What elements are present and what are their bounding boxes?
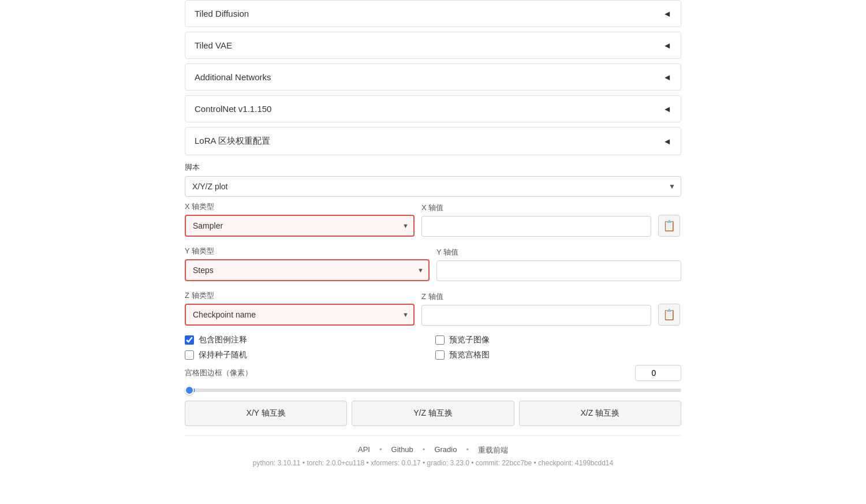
footer-dot-2: • [423, 445, 425, 456]
script-select-wrapper: X/Y/Z plotNonePrompt matrixPrompts from … [185, 176, 681, 197]
z-axis-row: Z 轴类型 NothingSamplerCheckpoint nameSteps… [185, 290, 681, 326]
x-paste-button[interactable]: 📋 [658, 215, 680, 237]
x-type-dropdown-wrapper: SamplerNothingCheckpoint nameStepsCFG Sc… [185, 215, 415, 237]
include-legend-label: 包含图例注释 [199, 335, 247, 345]
z-value-label: Z 轴值 [421, 292, 651, 302]
api-link[interactable]: API [358, 445, 370, 456]
swap-buttons-row: X/Y 轴互换 Y/Z 轴互换 X/Z 轴互换 [185, 401, 681, 426]
grid-margin-label: 宫格图边框（像素） [185, 368, 252, 378]
x-type-label: X 轴类型 [185, 201, 415, 212]
xz-swap-button[interactable]: X/Z 轴互换 [519, 401, 681, 426]
preview-grid-label: 预览宫格图 [449, 350, 490, 360]
footer-meta: python: 3.10.11 • torch: 2.0.0+cu118 • x… [185, 459, 681, 467]
accordion-arrow-4: ◄ [663, 136, 671, 146]
include-legend-checkbox-item: 包含图例注释 [185, 335, 431, 345]
x-value-label: X 轴值 [421, 203, 651, 213]
x-axis-row: X 轴类型 SamplerNothingCheckpoint nameSteps… [185, 201, 681, 237]
z-value-input[interactable] [421, 305, 651, 326]
keep-seed-label: 保持种子随机 [199, 350, 247, 360]
grid-margin-value-input[interactable] [635, 365, 681, 381]
accordion-item-1[interactable]: Tiled VAE◄ [185, 32, 681, 59]
z-paste-button[interactable]: 📋 [658, 304, 680, 326]
y-type-dropdown-wrapper: NothingSamplerCheckpoint nameStepsCFG Sc… [185, 259, 430, 281]
checkboxes-row: 包含图例注释 预览子图像 保持种子随机 预览宫格图 [185, 335, 681, 360]
preview-grid-checkbox-item: 预览宫格图 [435, 350, 681, 360]
z-type-label: Z 轴类型 [185, 290, 415, 301]
x-type-group: X 轴类型 SamplerNothingCheckpoint nameSteps… [185, 201, 415, 237]
grid-margin-slider[interactable] [185, 389, 681, 392]
include-legend-checkbox[interactable] [185, 335, 194, 345]
keep-seed-checkbox-item: 保持种子随机 [185, 350, 431, 360]
y-type-label: Y 轴类型 [185, 246, 430, 256]
preview-grid-checkbox[interactable] [435, 350, 445, 360]
script-label: 脚本 [185, 162, 681, 173]
slider-label-row: 宫格图边框（像素） [185, 365, 681, 381]
accordion-item-4[interactable]: LoRA 区块权重配置◄ [185, 127, 681, 155]
x-value-input[interactable] [421, 216, 651, 237]
footer: API • Github • Gradio • 重载前端 python: 3.1… [185, 435, 681, 472]
keep-seed-checkbox[interactable] [185, 350, 194, 360]
github-link[interactable]: Github [391, 445, 413, 456]
z-type-group: Z 轴类型 NothingSamplerCheckpoint nameSteps… [185, 290, 415, 326]
grid-margin-section: 宫格图边框（像素） [185, 365, 681, 394]
gradio-link[interactable]: Gradio [434, 445, 457, 456]
accordion-arrow-0: ◄ [663, 9, 671, 18]
x-type-select[interactable]: SamplerNothingCheckpoint nameStepsCFG Sc… [185, 215, 415, 237]
accordion-label-4: LoRA 区块权重配置 [195, 136, 270, 147]
x-value-group: X 轴值 [421, 203, 651, 237]
y-value-group: Y 轴值 [436, 247, 681, 281]
xy-swap-button[interactable]: X/Y 轴互换 [185, 401, 347, 426]
accordion-item-0[interactable]: Tiled Diffusion◄ [185, 0, 681, 27]
footer-dot-1: • [379, 445, 382, 456]
preview-sub-checkbox[interactable] [435, 335, 445, 345]
script-select[interactable]: X/Y/Z plotNonePrompt matrixPrompts from … [185, 176, 681, 197]
accordion-arrow-1: ◄ [663, 40, 671, 50]
footer-meta-text: python: 3.10.11 • torch: 2.0.0+cu118 • x… [253, 459, 613, 467]
y-type-select[interactable]: NothingSamplerCheckpoint nameStepsCFG Sc… [185, 259, 430, 281]
y-value-input[interactable] [436, 260, 681, 281]
footer-dot-3: • [466, 445, 469, 456]
accordion-label-0: Tiled Diffusion [195, 9, 249, 18]
z-value-group: Z 轴值 [421, 292, 651, 326]
z-type-select[interactable]: NothingSamplerCheckpoint nameStepsCFG Sc… [185, 304, 415, 326]
preview-sub-label: 预览子图像 [449, 335, 490, 345]
accordion-item-3[interactable]: ControlNet v1.1.150◄ [185, 95, 681, 122]
accordion-arrow-2: ◄ [663, 72, 671, 82]
y-value-label: Y 轴值 [436, 247, 681, 257]
z-type-dropdown-wrapper: NothingSamplerCheckpoint nameStepsCFG Sc… [185, 304, 415, 326]
footer-links: API • Github • Gradio • 重载前端 [185, 445, 681, 456]
y-axis-row: Y 轴类型 NothingSamplerCheckpoint nameSteps… [185, 246, 681, 281]
y-type-group: Y 轴类型 NothingSamplerCheckpoint nameSteps… [185, 246, 430, 281]
reload-link[interactable]: 重载前端 [478, 445, 508, 456]
accordion-item-2[interactable]: Additional Networks◄ [185, 64, 681, 91]
yz-swap-button[interactable]: Y/Z 轴互换 [352, 401, 514, 426]
accordion-arrow-3: ◄ [663, 104, 671, 114]
accordion-label-1: Tiled VAE [195, 40, 232, 50]
accordion-label-3: ControlNet v1.1.150 [195, 104, 271, 114]
preview-sub-checkbox-item: 预览子图像 [435, 335, 681, 345]
accordion-label-2: Additional Networks [195, 72, 271, 82]
